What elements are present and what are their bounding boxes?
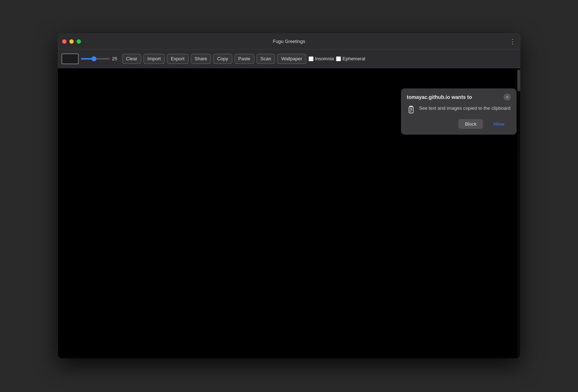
popup-actions: Block Allow (407, 119, 511, 129)
allow-button[interactable]: Allow (487, 119, 511, 129)
copy-button[interactable]: Copy (213, 54, 232, 64)
ephemeral-label: Ephemeral (342, 56, 365, 61)
insomnia-label: Insomnia (315, 56, 334, 61)
canvas-area[interactable]: tomayac.github.io wants to × See text an… (58, 68, 520, 358)
insomnia-checkbox-group[interactable]: Insomnia (309, 56, 334, 61)
popup-permission-row: See text and images copied to the clipbo… (407, 105, 511, 114)
scrollbar-thumb[interactable] (517, 70, 520, 91)
block-button[interactable]: Block (458, 119, 483, 129)
more-options-icon[interactable]: ⋮ (509, 38, 516, 45)
popup-close-button[interactable]: × (504, 93, 511, 101)
export-button[interactable]: Export (167, 54, 189, 64)
size-slider-container: 25 (81, 56, 120, 61)
share-button[interactable]: Share (191, 54, 211, 64)
popup-title: tomayac.github.io wants to (407, 94, 472, 100)
toolbar: 25 Clear Import Export Share Copy Paste … (58, 49, 520, 68)
popup-body: See text and images copied to the clipbo… (401, 104, 517, 135)
insomnia-checkbox[interactable] (309, 56, 314, 61)
permission-popup: tomayac.github.io wants to × See text an… (401, 88, 517, 135)
title-bar: Fugu Greetings ⋮ (58, 34, 520, 49)
ephemeral-checkbox-group[interactable]: Ephemeral (336, 56, 365, 61)
close-button[interactable] (62, 39, 66, 44)
maximize-button[interactable] (77, 39, 81, 44)
clear-button[interactable]: Clear (122, 54, 141, 64)
popup-permission-text: See text and images copied to the clipbo… (419, 105, 510, 112)
minimize-button[interactable] (69, 39, 74, 44)
popup-header: tomayac.github.io wants to × (401, 88, 517, 104)
app-window: Fugu Greetings ⋮ 25 Clear Import Export … (58, 34, 520, 358)
traffic-lights (62, 39, 81, 44)
scan-button[interactable]: Scan (256, 54, 275, 64)
color-swatch[interactable] (61, 53, 79, 64)
slider-track (81, 58, 110, 60)
window-title: Fugu Greetings (273, 39, 305, 44)
clipboard-icon (407, 105, 415, 114)
paste-button[interactable]: Paste (234, 54, 254, 64)
scrollbar[interactable] (517, 68, 520, 358)
import-button[interactable]: Import (143, 54, 165, 64)
desktop: Fugu Greetings ⋮ 25 Clear Import Export … (0, 0, 578, 392)
slider-value: 25 (112, 56, 120, 61)
wallpaper-button[interactable]: Wallpaper (277, 54, 306, 64)
slider-thumb[interactable] (91, 56, 96, 61)
ephemeral-checkbox[interactable] (336, 56, 341, 61)
